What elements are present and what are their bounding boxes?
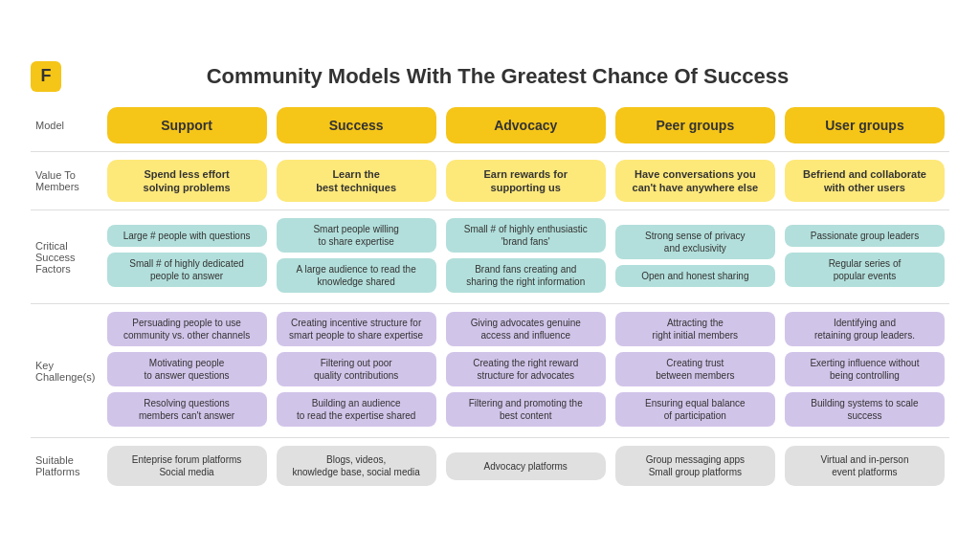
peer-groups-header: Peer groups xyxy=(615,107,775,143)
csf-success-1: Smart people willingto share expertise xyxy=(277,218,436,253)
platform-user: Virtual and in-personevent platforms xyxy=(780,442,949,490)
challenges-row: Key Challenge(s) Persuading people to us… xyxy=(31,308,949,433)
challenge-user-3: Building systems to scalesuccess xyxy=(785,392,945,427)
challenge-advocacy-3: Filtering and promoting thebest content xyxy=(446,392,606,427)
challenges-peer: Attracting theright initial members Crea… xyxy=(611,308,780,433)
platform-success: Blogs, videos,knowledge base, social med… xyxy=(272,442,441,490)
separator-row-4 xyxy=(31,433,949,442)
platform-advocacy: Advocacy platforms xyxy=(441,442,611,490)
page-title: Community Models With The Greatest Chanc… xyxy=(77,64,919,89)
challenge-user-2: Exerting influence withoutbeing controll… xyxy=(785,352,945,386)
challenges-advocacy: Giving advocates genuineaccess and influ… xyxy=(441,308,611,433)
challenges-support: Persuading people to usecommunity vs. ot… xyxy=(102,308,272,433)
csf-peer-2: Open and honest sharing xyxy=(615,265,775,287)
value-advocacy-pill: Earn rewards forsupporting us xyxy=(446,160,606,203)
csf-advocacy-stack: Small # of highly enthusiastic'brand fan… xyxy=(446,218,606,296)
col-success: Success xyxy=(272,103,441,147)
csf-support-stack: Large # people with questions Small # of… xyxy=(107,225,267,290)
csf-advocacy-1: Small # of highly enthusiastic'brand fan… xyxy=(446,218,606,253)
csf-peer: Strong sense of privacyand exclusivity O… xyxy=(611,214,780,299)
challenges-label: Key Challenge(s) xyxy=(31,308,102,433)
platform-advocacy-pill: Advocacy platforms xyxy=(446,452,606,480)
platform-success-pill: Blogs, videos,knowledge base, social med… xyxy=(277,446,436,486)
challenge-peer-2: Creating trustbetween members xyxy=(615,352,775,386)
model-row: Model Support Success Advocacy Peer grou… xyxy=(31,103,949,147)
challenge-success-2: Filtering out poorquality contributions xyxy=(277,352,436,386)
value-peer-pill: Have conversations youcan't have anywher… xyxy=(615,160,775,203)
challenges-support-stack: Persuading people to usecommunity vs. ot… xyxy=(107,312,267,430)
col-user-groups: User groups xyxy=(780,103,949,147)
csf-success-2: A large audience to read theknowledge sh… xyxy=(277,258,436,293)
value-success-pill: Learn thebest techniques xyxy=(277,160,436,203)
value-advocacy: Earn rewards forsupporting us xyxy=(441,156,611,207)
csf-row: Critical Success Factors Large # people … xyxy=(31,214,949,299)
header: F Community Models With The Greatest Cha… xyxy=(31,61,949,92)
logo-icon: F xyxy=(31,61,61,92)
csf-support-2: Small # of highly dedicatedpeople to ans… xyxy=(107,253,267,287)
advocacy-header: Advocacy xyxy=(446,107,606,143)
model-label: Model xyxy=(31,103,102,147)
value-user: Befriend and collaboratewith other users xyxy=(780,156,949,207)
platform-support: Enteprise forum platformsSocial media xyxy=(102,442,272,490)
platform-support-pill: Enteprise forum platformsSocial media xyxy=(107,446,267,486)
col-support: Support xyxy=(102,103,272,147)
csf-success-stack: Smart people willingto share expertise A… xyxy=(277,218,436,296)
challenge-success-3: Building an audienceto read the expertis… xyxy=(277,392,436,427)
value-row: Value To Members Spend less effortsolvin… xyxy=(31,156,949,207)
csf-user: Passionate group leaders Regular series … xyxy=(780,214,949,299)
challenge-support-1: Persuading people to usecommunity vs. ot… xyxy=(107,312,267,346)
separator-row-2 xyxy=(31,206,949,214)
platforms-label: Suitable Platforms xyxy=(31,442,102,490)
challenge-support-3: Resolving questionsmembers can't answer xyxy=(107,392,267,427)
success-header: Success xyxy=(277,107,436,143)
value-support-pill: Spend less effortsolving problems xyxy=(107,160,267,203)
csf-peer-1: Strong sense of privacyand exclusivity xyxy=(615,225,775,259)
support-header: Support xyxy=(107,107,267,143)
value-user-pill: Befriend and collaboratewith other users xyxy=(785,160,945,203)
challenges-success: Creating incentive structure forsmart pe… xyxy=(272,308,441,433)
csf-user-stack: Passionate group leaders Regular series … xyxy=(785,225,945,290)
challenge-advocacy-1: Giving advocates genuineaccess and influ… xyxy=(446,312,606,346)
challenges-user: Identifying andretaining group leaders. … xyxy=(780,308,949,433)
challenge-support-2: Motivating peopleto answer questions xyxy=(107,352,267,386)
col-peer-groups: Peer groups xyxy=(611,103,780,147)
csf-user-2: Regular series ofpopular events xyxy=(785,253,945,287)
csf-support-1: Large # people with questions xyxy=(107,225,267,247)
main-container: F Community Models With The Greatest Cha… xyxy=(11,52,969,500)
platform-peer: Group messaging appsSmall group platform… xyxy=(611,442,780,490)
challenges-success-stack: Creating incentive structure forsmart pe… xyxy=(277,312,436,430)
challenges-peer-stack: Attracting theright initial members Crea… xyxy=(615,312,775,430)
challenge-advocacy-2: Creating the right rewardstructure for a… xyxy=(446,352,606,386)
platform-peer-pill: Group messaging appsSmall group platform… xyxy=(615,446,775,486)
community-models-table: Model Support Success Advocacy Peer grou… xyxy=(31,103,949,491)
csf-peer-stack: Strong sense of privacyand exclusivity O… xyxy=(615,225,775,290)
user-groups-header: User groups xyxy=(785,107,945,143)
csf-user-1: Passionate group leaders xyxy=(785,225,945,247)
value-peer: Have conversations youcan't have anywher… xyxy=(611,156,780,207)
challenges-advocacy-stack: Giving advocates genuineaccess and influ… xyxy=(446,312,606,430)
value-success: Learn thebest techniques xyxy=(272,156,441,207)
csf-label: Critical Success Factors xyxy=(31,214,102,299)
challenge-user-1: Identifying andretaining group leaders. xyxy=(785,312,945,346)
challenge-success-1: Creating incentive structure forsmart pe… xyxy=(277,312,436,346)
col-advocacy: Advocacy xyxy=(441,103,611,147)
challenges-user-stack: Identifying andretaining group leaders. … xyxy=(785,312,945,430)
value-support: Spend less effortsolving problems xyxy=(102,156,272,207)
csf-success: Smart people willingto share expertise A… xyxy=(272,214,441,299)
platform-user-pill: Virtual and in-personevent platforms xyxy=(785,446,945,486)
separator-row-1 xyxy=(31,147,949,156)
value-label: Value To Members xyxy=(31,156,102,207)
challenge-peer-1: Attracting theright initial members xyxy=(615,312,775,346)
csf-advocacy-2: Brand fans creating andsharing the right… xyxy=(446,258,606,293)
csf-advocacy: Small # of highly enthusiastic'brand fan… xyxy=(441,214,611,299)
challenge-peer-3: Ensuring equal balanceof participation xyxy=(615,392,775,427)
separator-row-3 xyxy=(31,299,949,308)
platforms-row: Suitable Platforms Enteprise forum platf… xyxy=(31,442,949,490)
csf-support: Large # people with questions Small # of… xyxy=(102,214,272,299)
